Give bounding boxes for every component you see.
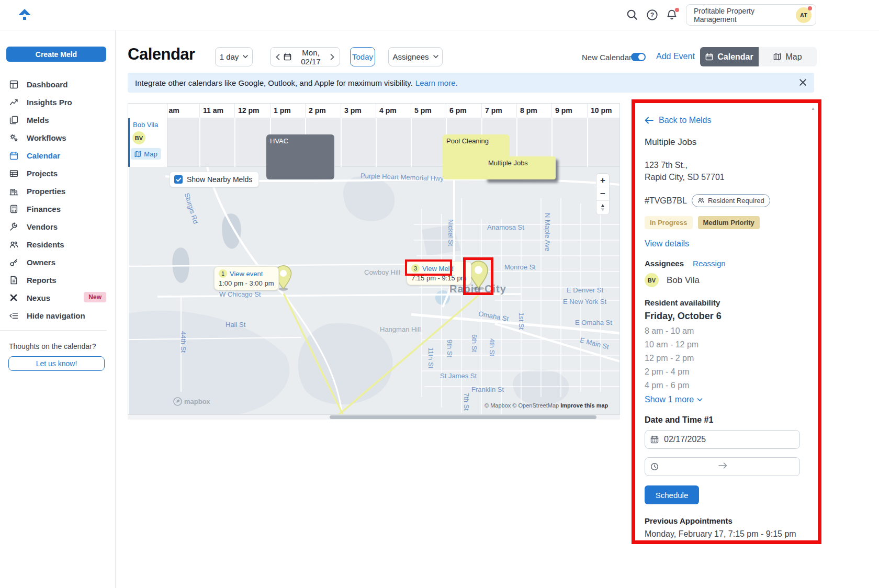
street-label: N Maple Ave [544, 213, 551, 251]
time-label: 7 pm [485, 106, 502, 115]
count-badge: 3 [411, 264, 420, 273]
show-nearby-melds-checkbox[interactable]: Show Nearby Melds [170, 172, 259, 187]
bell-icon[interactable] [666, 9, 679, 21]
sidebar-item-properties[interactable]: Properties [0, 182, 116, 200]
toggle-knob [638, 54, 645, 60]
resource-map-link[interactable]: Map [131, 148, 161, 160]
sidebar-item-finances[interactable]: Finances [0, 200, 116, 218]
chevron-right-icon[interactable] [330, 54, 334, 60]
time-range-input[interactable] [645, 457, 800, 476]
compass-button[interactable] [596, 201, 609, 214]
status-row: In Progress Medium Priority [645, 216, 808, 229]
view-details-link[interactable]: View details [645, 239, 808, 248]
timeline-header: 10 am 11 am 12 pm 1 pm 2 pm 3 pm 4 pm 5 … [128, 104, 619, 118]
availability-slots: 8 am - 10 am 10 am - 12 pm 12 pm - 2 pm … [645, 324, 808, 392]
previous-appointments-label: Previous Appointments [645, 516, 808, 525]
sidebar-item-calendar[interactable]: Calendar [0, 146, 116, 164]
date-value: 02/17/2025 [664, 435, 706, 444]
map-view-button[interactable]: Map [759, 47, 817, 66]
reassign-link[interactable]: Reassign [693, 259, 726, 268]
resource-row: HVAC Pool Cleaning Multiple Jobs Bob Vil… [128, 118, 619, 167]
date-input[interactable]: 02/17/2025 [645, 430, 800, 449]
resource-name[interactable]: Bob Vila [133, 121, 158, 129]
sidebar-item-workflows[interactable]: Workflows [0, 129, 116, 146]
new-badge: New [84, 292, 106, 302]
today-button[interactable]: Today [350, 47, 375, 66]
zoom-in-button[interactable]: + [596, 174, 609, 187]
search-icon[interactable] [626, 9, 639, 21]
meld-address: 123 7th St., Rapid City, SD 57701 [645, 159, 808, 183]
meld-id: #TVGB7BL [645, 196, 687, 206]
availability-slot: 4 pm - 6 pm [645, 379, 808, 392]
calendar-event-multiple-jobs[interactable]: Multiple Jobs [484, 156, 556, 179]
avatar[interactable]: AT [796, 7, 812, 23]
properties-icon [9, 186, 18, 196]
scrollbar-thumb[interactable] [330, 415, 596, 419]
popup-time: 1:00 pm - 3:00 pm [219, 279, 274, 287]
sidebar-item-residents[interactable]: Residents [0, 235, 116, 253]
calendar-icon [705, 53, 713, 61]
sidebar-item-vendors[interactable]: Vendors [0, 218, 116, 235]
scroll-up-icon[interactable]: ▲ [811, 106, 815, 111]
meld-title: Multiple Jobs [645, 137, 808, 148]
close-icon[interactable] [799, 78, 807, 86]
assignee-name: Bob Vila [667, 275, 700, 286]
sidebar-item-hide-navigation[interactable]: Hide navigation [0, 307, 116, 324]
back-to-melds-link[interactable]: Back to Melds [645, 116, 808, 125]
sidebar-item-dashboard[interactable]: Dashboard [0, 75, 116, 93]
account-menu[interactable]: Profitable Property Management AT [686, 4, 816, 26]
street-label: Hall St [226, 321, 245, 329]
availability-slot: 12 pm - 2 pm [645, 352, 808, 365]
dashboard-icon [9, 80, 18, 89]
horizontal-scrollbar[interactable] [128, 415, 620, 420]
street-label: E Denver St [567, 286, 603, 294]
sidebar-item-reports[interactable]: Reports [0, 271, 116, 289]
resource-cell: Bob Vila BV Map [128, 118, 167, 167]
show-more-link[interactable]: Show 1 more [645, 395, 808, 404]
range-selector[interactable]: 1 day [215, 47, 253, 66]
map-popup-event: 1 View event 1:00 pm - 3:00 pm [214, 266, 279, 290]
assignees-label: Assignees [645, 259, 684, 268]
help-icon[interactable]: ? [646, 9, 659, 21]
current-date[interactable]: Mon, 02/17 [295, 48, 326, 66]
people-icon [697, 197, 705, 205]
sidebar-item-insights-pro[interactable]: Insights Pro [0, 93, 116, 111]
let-us-know-button[interactable]: Let us know! [8, 356, 105, 371]
sidebar-item-owners[interactable]: Owners [0, 253, 116, 271]
time-label: 5 pm [414, 106, 432, 115]
resource-avatar: BV [132, 131, 145, 144]
calendar-view-button[interactable]: Calendar [700, 47, 759, 66]
arrow-right-icon [718, 462, 727, 469]
meld-details-panel: ▲ Back to Melds Multiple Jobs 123 7th St… [635, 103, 818, 540]
map-popup-meld: 3 View Meld 7:15 pm - 9:15 pm [407, 261, 471, 285]
improve-map-link[interactable]: Improve this map [560, 402, 608, 409]
calendar-event-hvac[interactable]: HVAC [266, 134, 334, 179]
app-window: ? Profitable Property Management AT Crea… [0, 0, 879, 588]
chevron-down-icon [697, 398, 703, 402]
street-label: Anamosa St [487, 223, 524, 231]
view-meld-link[interactable]: View Meld [422, 265, 454, 273]
schedule-button[interactable]: Schedule [645, 485, 699, 504]
zoom-out-button[interactable]: − [596, 187, 609, 201]
street-label: 11th St [427, 347, 435, 368]
property-meld-logo-icon[interactable] [18, 7, 31, 23]
insights-icon [9, 97, 18, 107]
assignees-filter[interactable]: Assignees [388, 47, 443, 66]
learn-more-link[interactable]: Learn more. [415, 78, 458, 87]
sidebar-item-projects[interactable]: Projects [0, 164, 116, 182]
popup-time: 7:15 pm - 9:15 pm [411, 274, 467, 282]
map-canvas[interactable]: Purple Heart Memorial Hwy Sturgis Rd Nic… [129, 167, 620, 415]
time-label: 11 am [203, 106, 223, 115]
add-event-link[interactable]: Add Event [656, 52, 695, 61]
view-event-link[interactable]: View event [230, 270, 263, 278]
sidebar-item-melds[interactable]: Melds [0, 111, 116, 129]
sidebar-divider [0, 330, 107, 331]
new-calendar-toggle[interactable] [631, 53, 646, 61]
wrench-icon [9, 222, 18, 231]
create-meld-button[interactable]: Create Meld [6, 47, 106, 62]
calendar-icon [650, 435, 659, 444]
chevron-left-icon[interactable] [276, 54, 280, 60]
sidebar-item-nexus[interactable]: Nexus New [0, 289, 116, 307]
time-label: 12 pm [238, 106, 259, 115]
svg-text:?: ? [650, 12, 654, 19]
